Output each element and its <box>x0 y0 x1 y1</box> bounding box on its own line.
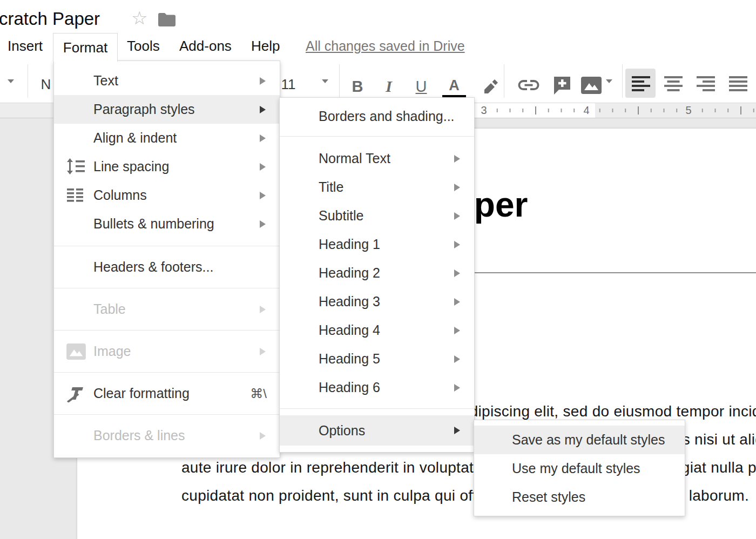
font-size-value[interactable]: 11 <box>278 75 299 94</box>
menu-item-borders-lines: Borders & lines <box>54 421 280 450</box>
menu-item-borders-shading[interactable]: Borders and shading... <box>280 102 474 131</box>
clear-formatting-icon <box>66 385 89 402</box>
keyboard-shortcut: ⌘\ <box>250 386 267 401</box>
align-left-button[interactable] <box>631 76 651 92</box>
text-color-button[interactable]: A <box>441 70 468 100</box>
image-icon <box>580 76 602 95</box>
font-size-caret-icon[interactable] <box>322 79 328 83</box>
ruler-number: 3 <box>477 104 490 117</box>
menu-item-use-default-styles[interactable]: Use my default styles <box>474 454 685 483</box>
submenu-arrow-icon <box>260 163 266 171</box>
menu-item-heading-6[interactable]: Heading 6 <box>280 373 474 402</box>
paragraph-style-selector[interactable]: N <box>38 75 54 94</box>
align-center-icon <box>664 76 683 91</box>
underline-button[interactable]: U <box>409 76 433 97</box>
toolbar-overflow-caret-icon[interactable] <box>8 79 14 83</box>
menu-item-label: Headers & footers... <box>93 259 213 275</box>
menu-item-heading-5[interactable]: Heading 5 <box>280 345 474 373</box>
submenu-arrow-icon <box>260 348 266 355</box>
menu-item-paragraph-styles[interactable]: Paragraph styles <box>54 95 280 124</box>
menu-item-label: Columns <box>93 187 147 203</box>
menu-item-heading-1[interactable]: Heading 1 <box>280 230 474 259</box>
menu-item-label: Heading 5 <box>319 351 380 367</box>
menu-item-save-default-styles[interactable]: Save as my default styles <box>474 426 685 454</box>
save-status-link[interactable]: All changes saved in Drive <box>306 38 465 54</box>
submenu-arrow-icon <box>260 432 266 440</box>
link-icon <box>516 76 541 94</box>
star-icon[interactable]: ☆ <box>131 8 147 28</box>
submenu-arrow-icon <box>454 270 460 277</box>
menu-item-heading-2[interactable]: Heading 2 <box>280 259 474 287</box>
menu-item-label: Subtitle <box>319 208 363 224</box>
submenu-arrow-icon <box>454 355 460 363</box>
menu-item-headers-footers[interactable]: Headers & footers... <box>54 253 280 281</box>
image-caret-icon[interactable] <box>606 79 612 83</box>
toolbar-divider <box>28 64 28 98</box>
menu-item-label: Bullets & numbering <box>93 216 214 232</box>
submenu-arrow-icon <box>454 241 460 248</box>
menu-item-heading-3[interactable]: Heading 3 <box>280 287 474 316</box>
options-submenu: Save as my default styles Use my default… <box>474 420 685 516</box>
menu-item-line-spacing[interactable]: Line spacing <box>54 152 280 181</box>
align-center-button[interactable] <box>664 76 683 92</box>
menu-item-reset-styles[interactable]: Reset styles <box>474 483 685 511</box>
menu-item-label: Options <box>319 423 365 439</box>
image-disabled-icon <box>66 343 89 360</box>
align-justify-icon <box>729 76 747 91</box>
menu-item-heading-4[interactable]: Heading 4 <box>280 316 474 345</box>
menu-item-text[interactable]: Text <box>54 66 280 95</box>
bold-button[interactable]: B <box>346 76 369 97</box>
menu-item-align-indent[interactable]: Align & indent <box>54 124 280 152</box>
menu-item-label: Line spacing <box>93 159 169 174</box>
menu-item-label: Heading 2 <box>319 265 380 281</box>
menu-item-label: Save as my default styles <box>512 432 665 448</box>
menu-item-label: Reset styles <box>512 489 585 505</box>
menu-item-label: Title <box>319 179 343 195</box>
insert-image-button[interactable] <box>579 75 604 96</box>
highlighter-icon <box>481 76 501 95</box>
submenu-arrow-icon <box>454 155 460 163</box>
add-comment-button[interactable] <box>549 73 576 97</box>
document-title[interactable]: Scratch Paper <box>0 9 100 29</box>
align-justify-button[interactable] <box>728 76 748 92</box>
paragraph-styles-submenu: Borders and shading... Normal Text Title… <box>279 97 475 453</box>
highlight-button[interactable] <box>477 73 504 97</box>
submenu-arrow-icon <box>454 327 460 334</box>
menu-item-label: Text <box>93 73 118 89</box>
google-docs-app: Scratch Paper ☆ Insert Format Tools Add-… <box>0 0 756 539</box>
menu-item-clear-formatting[interactable]: Clear formatting ⌘\ <box>54 379 280 408</box>
menu-item-title[interactable]: Title <box>280 173 474 201</box>
submenu-arrow-icon <box>260 134 266 142</box>
submenu-arrow-icon <box>260 77 266 85</box>
submenu-arrow-icon <box>454 384 460 392</box>
menu-item-label: Heading 3 <box>319 294 380 309</box>
menu-item-subtitle[interactable]: Subtitle <box>280 201 474 230</box>
menu-item-label: Table <box>93 301 126 317</box>
menubar-item-tools[interactable]: Tools <box>127 38 160 55</box>
menubar-item-help[interactable]: Help <box>251 38 280 55</box>
columns-icon <box>66 187 89 204</box>
menu-item-label: Borders & lines <box>93 428 185 443</box>
align-right-icon <box>697 76 715 91</box>
italic-button[interactable]: I <box>378 76 400 97</box>
menubar-item-insert[interactable]: Insert <box>8 38 43 55</box>
menu-item-label: Heading 1 <box>319 237 380 252</box>
menu-item-columns[interactable]: Columns <box>54 181 280 210</box>
menu-item-table: Table <box>54 295 280 324</box>
toolbar-divider <box>339 64 340 98</box>
comment-plus-icon <box>552 75 572 96</box>
submenu-arrow-icon <box>454 298 460 306</box>
align-right-button[interactable] <box>696 76 716 92</box>
menubar-item-format[interactable]: Format <box>53 33 118 62</box>
insert-link-button[interactable] <box>514 75 543 95</box>
menu-item-normal-text[interactable]: Normal Text <box>280 144 474 173</box>
menu-item-options[interactable]: Options <box>280 415 474 446</box>
menu-item-label: Use my default styles <box>512 461 640 476</box>
ruler-number: 4 <box>580 104 593 117</box>
folder-icon[interactable] <box>158 12 176 29</box>
text-color-letter: A <box>449 77 460 94</box>
menu-item-bullets-numbering[interactable]: Bullets & numbering <box>54 210 280 238</box>
menu-item-label: Align & indent <box>93 130 177 146</box>
menu-item-label: Paragraph styles <box>93 102 195 117</box>
menubar-item-addons[interactable]: Add-ons <box>179 38 232 55</box>
